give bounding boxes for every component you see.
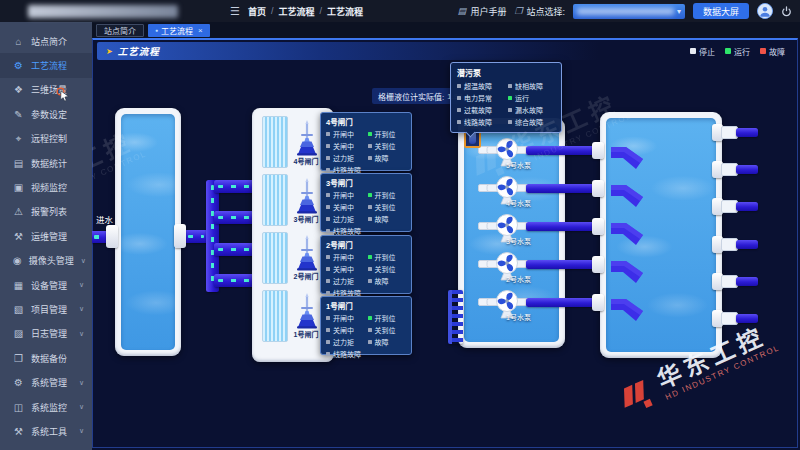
sidebar-item-scene-3d[interactable]: ❖三维场景: [0, 78, 92, 102]
big-screen-button[interactable]: 数据大屏: [693, 3, 749, 19]
pipe: [736, 314, 758, 323]
tooltip-status-item: 运行: [508, 93, 555, 103]
status-square: [457, 84, 461, 88]
sidebar-item-camera[interactable]: ◉摄像头管理∨: [0, 249, 92, 273]
sidebar-item-project[interactable]: ▧项目管理∨: [0, 297, 92, 321]
status-square: [508, 120, 512, 124]
status-label: 过力矩: [333, 214, 354, 224]
flow-icon: ⚙: [13, 60, 24, 71]
sidebar-item-logs[interactable]: ▨日志管理∨: [0, 322, 92, 346]
tab-active[interactable]: ●工艺流程×: [148, 24, 210, 37]
sidebar-item-site-intro[interactable]: ⌂站点简介: [0, 29, 92, 53]
sidebar-item-backup[interactable]: ❐数据备份: [0, 346, 92, 370]
gate-status-item: 开到位: [368, 313, 407, 323]
sidebar-item-device[interactable]: ▦设备管理∨: [0, 273, 92, 297]
pump-label: 4号水泵: [506, 198, 531, 208]
status-label: 过力矩: [333, 337, 354, 347]
status-square: [326, 217, 330, 221]
camera-icon: ◉: [13, 255, 22, 266]
pipe: [736, 165, 758, 174]
sidebar-item-maintenance[interactable]: ⚒运维管理: [0, 224, 92, 248]
gate-valve-icon[interactable]: [292, 293, 322, 333]
gate-status-item: 开闸中: [326, 190, 365, 200]
breadcrumb-separator: /: [271, 6, 274, 16]
pipe: [526, 260, 596, 269]
status-label: 关闸中: [333, 325, 354, 335]
sidebar-item-video[interactable]: ▣视频监控: [0, 175, 92, 199]
sidebar-item-system[interactable]: ⚙系统管理∨: [0, 370, 92, 394]
pump-label: 2号水泵: [506, 274, 531, 284]
status-square: [368, 132, 372, 136]
hamburger-icon[interactable]: ☰: [230, 6, 240, 17]
tab-close-icon[interactable]: ×: [198, 26, 203, 35]
site-select-label: 站点选择:: [526, 5, 565, 18]
gate-valve-icon[interactable]: [292, 178, 322, 218]
sidebar-item-label: 日志管理: [31, 327, 67, 340]
breadcrumb-item[interactable]: 工艺流程: [278, 5, 314, 18]
flow-marks: [188, 235, 204, 239]
status-square: [326, 144, 330, 148]
gate-valve-icon[interactable]: [292, 235, 322, 275]
pipe-flange: [592, 142, 604, 159]
status-square: [368, 328, 372, 332]
gate-valve-icon[interactable]: [292, 120, 322, 160]
elbow-pipe: [610, 257, 648, 289]
site-select: ❐ 站点选择:: [514, 5, 565, 18]
tooltip-status-item: 线路故障: [457, 117, 504, 127]
gate-status-item: 开闸中: [326, 313, 365, 323]
sidebar-item-monitor[interactable]: ◫系统监控∨: [0, 395, 92, 419]
pipe: [526, 222, 596, 231]
sidebar-item-label: 站点简介: [31, 35, 67, 48]
remote-icon: ⌖: [13, 133, 24, 145]
gate-status-item: 开到位: [368, 190, 407, 200]
grille-level-label: 格栅液位计实际值:: [378, 91, 444, 102]
cube-icon: ❖: [13, 84, 24, 95]
gate-status-item: 关闸中: [326, 325, 365, 335]
sidebar-item-label: 参数设定: [31, 108, 67, 121]
site-select-dropdown[interactable]: ▾: [573, 4, 685, 19]
gate-status-item: 故障: [368, 337, 407, 347]
tab-inactive[interactable]: 站点简介: [96, 24, 144, 37]
flow-marks: [211, 185, 215, 287]
wrench-icon: ⚒: [13, 231, 24, 242]
status-square: [368, 144, 372, 148]
avatar[interactable]: [757, 3, 773, 19]
pipe-flange: [592, 256, 604, 273]
breadcrumb: 首页/工艺流程/工艺流程: [248, 5, 363, 18]
breadcrumb-item[interactable]: 首页: [248, 5, 266, 18]
sidebar-item-label: 远程控制: [31, 132, 67, 145]
breadcrumb-item[interactable]: 工艺流程: [327, 5, 363, 18]
panel-title: 工艺流程: [118, 44, 160, 58]
status-square: [508, 108, 512, 112]
status-label: 故障: [375, 153, 389, 163]
status-label: 过力矩: [333, 153, 354, 163]
sidebar-item-remote[interactable]: ⌖远程控制: [0, 127, 92, 151]
status-label: 关到位: [375, 325, 396, 335]
pipe-flange: [106, 225, 118, 248]
sidebar-item-stats[interactable]: ▤数据统计: [0, 151, 92, 175]
folder-icon: ❐: [514, 6, 522, 16]
pump-tooltip: 潜污泵 超温故障缺相故障电力异常运行过载故障漏水故障线路故障综合故障: [450, 62, 562, 133]
backup-icon: ❐: [13, 353, 24, 364]
gate-status-panel: 3号闸门开闸中开到位关闸中关到位过力矩故障线路故障: [320, 173, 412, 232]
user-manual-link[interactable]: ▤ 用户手册: [458, 5, 507, 18]
sidebar-item-process-flow[interactable]: ⚙工艺流程: [0, 53, 92, 77]
tools-icon: ⚒: [13, 426, 24, 437]
status-label: 线路故障: [464, 117, 492, 127]
tooltip-status-item: 综合故障: [508, 117, 555, 127]
gate-status-item: 开到位: [368, 129, 407, 139]
site-select-value-redacted: [577, 8, 674, 15]
gear-icon: ⚙: [13, 377, 24, 388]
status-label: 关闸中: [333, 141, 354, 151]
chevron-down-icon: ∨: [79, 330, 84, 338]
sidebar-item-tools[interactable]: ⚒系统工具∨: [0, 419, 92, 443]
status-label: 过载故障: [464, 105, 492, 115]
topbar: ☰ 首页/工艺流程/工艺流程 ▤ 用户手册 ❐ 站点选择: ▾ 数据大屏: [0, 0, 800, 22]
gate-status-panel: 2号闸门开闸中开到位关闸中关到位过力矩故障线路故障: [320, 235, 412, 294]
sidebar-item-label: 摄像头管理: [29, 254, 74, 267]
status-square: [368, 316, 372, 320]
status-label: 超温故障: [464, 81, 492, 91]
sidebar-item-params[interactable]: ✎参数设定: [0, 102, 92, 126]
power-icon[interactable]: [781, 6, 792, 17]
sidebar-item-alarms[interactable]: ⚠报警列表: [0, 200, 92, 224]
